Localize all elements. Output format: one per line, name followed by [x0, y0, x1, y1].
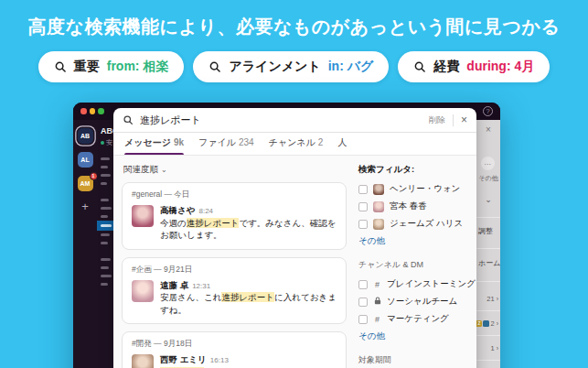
pill-modifier: from: 相楽	[107, 59, 169, 75]
slack-app-window: ? ABALAM1+ ABC 安	[73, 103, 500, 368]
avatar	[373, 201, 384, 212]
message-time: 12:31	[192, 282, 210, 290]
badge-icon	[483, 320, 489, 327]
filters-panel: 検索フィルタ: ヘンリー・ウォン宮本 春香ジェームズ ハリス その他 チャンネル…	[358, 162, 468, 368]
avatar	[373, 219, 384, 230]
search-result-card[interactable]: #企画 — 9月21日遠藤 卓12:31安居さん、これ進捗レポートに入れておきま…	[122, 257, 347, 325]
tab-label: 人	[337, 137, 347, 147]
zoom-window-button[interactable]	[98, 108, 104, 114]
search-example-pills: 重要from: 相楽アラインメントin: バグ経費during: 4月	[0, 51, 588, 82]
channel-name: ブレインストーミング	[387, 278, 476, 290]
user-name: 安	[106, 138, 112, 147]
search-bar[interactable]: 進捗レポート 削除 ×	[113, 108, 476, 133]
search-example-pill[interactable]: アラインメントin: バグ	[193, 51, 389, 82]
add-workspace-button[interactable]: +	[78, 200, 93, 215]
search-icon	[208, 60, 221, 73]
filter-checkbox[interactable]	[358, 202, 368, 211]
channel-name: マーケティング	[387, 313, 449, 325]
workspace-icon[interactable]: AL	[78, 152, 93, 168]
search-tab[interactable]: 人	[337, 136, 347, 155]
author-line: 高橋さや8:24	[160, 205, 337, 216]
background-window-panel: × … その他 ⌄ 調整 ホーム 21›Z 2› 1››	[476, 120, 500, 368]
message-content: 高橋さや8:24今週の進捗レポートです。みなさん、確認をお願いします。	[160, 205, 337, 242]
background-list-row: 1›	[476, 336, 500, 361]
hash-icon: #	[373, 280, 381, 289]
filter-checkbox[interactable]	[358, 315, 368, 324]
search-icon	[413, 60, 426, 73]
message-text-part: 安居さん、これ	[160, 292, 221, 302]
tab-count: 9k	[174, 137, 184, 147]
minimize-window-button[interactable]	[90, 108, 96, 114]
search-tab[interactable]: メッセージ9k	[124, 136, 184, 155]
chevron-down-icon[interactable]: ⌄	[476, 195, 500, 204]
person-name: ジェームズ ハリス	[390, 218, 463, 230]
pill-keyword: アラインメント	[229, 59, 320, 75]
marketing-banner: 高度な検索機能により、必要なものがあっという間に見つかる 重要from: 相楽ア…	[0, 0, 588, 368]
search-example-pill[interactable]: 重要from: 相楽	[38, 51, 185, 82]
search-term-highlight: 進捗レポート	[221, 292, 274, 302]
avatar	[132, 354, 154, 368]
search-result-card[interactable]: #開発 — 9月18日西野 エミリ16:13先週の進捗レポートでもコメントしまし…	[122, 331, 347, 368]
author-line: 西野 エミリ16:13	[160, 354, 337, 365]
pill-keyword: 重要	[74, 59, 100, 75]
message-text: 今週の進捗レポートです。みなさん、確認をお願いします。	[160, 217, 337, 242]
channels-more-link[interactable]: その他	[358, 330, 468, 342]
search-example-pill[interactable]: 経費during: 4月	[398, 51, 550, 82]
close-window-button[interactable]	[80, 108, 87, 114]
tab-label: チャンネル	[269, 137, 315, 147]
workspace-icon[interactable]: AB	[78, 128, 93, 144]
hero-title: 高度な検索機能により、必要なものがあっという間に見つかる	[0, 15, 588, 39]
channel-name: ソーシャルチーム	[387, 296, 457, 308]
close-icon[interactable]: ×	[461, 114, 467, 125]
pill-modifier: in: バグ	[328, 59, 374, 75]
filter-checkbox[interactable]	[358, 185, 368, 194]
lock-icon	[373, 297, 381, 307]
search-term-highlight: 進捗レポート	[187, 218, 240, 228]
message-time: 16:13	[210, 356, 229, 364]
sort-dropdown[interactable]: 関連度順⌄	[123, 164, 347, 176]
channel-filter-row[interactable]: #マーケティング	[358, 313, 468, 325]
row-count: 21	[486, 295, 494, 303]
message-content: 遠藤 卓12:31安居さん、これ進捗レポートに入れておきますね。	[160, 280, 337, 317]
message-content: 西野 エミリ16:13先週の進捗レポートでもコメントしましたが、改めて、ポストし…	[160, 354, 337, 368]
filter-checkbox[interactable]	[358, 298, 368, 307]
window-controls	[80, 108, 104, 114]
people-more-link[interactable]: その他	[358, 235, 468, 247]
message-row: 高橋さや8:24今週の進捗レポートです。みなさん、確認をお願いします。	[132, 205, 337, 242]
result-channel-date: #開発 — 9月18日	[132, 339, 337, 350]
more-options-icon[interactable]: …	[481, 157, 495, 170]
help-icon[interactable]: ?	[483, 106, 493, 116]
background-list-row: Z 2›	[476, 311, 500, 336]
search-tabs: メッセージ9kファイル234チャンネル2人	[113, 133, 476, 156]
person-filter-row[interactable]: 宮本 春香	[358, 200, 468, 212]
channel-filter-row[interactable]: ソーシャルチーム	[358, 296, 468, 308]
background-list-row: 21›	[476, 287, 500, 311]
row-count: 1	[490, 344, 494, 352]
search-icon	[123, 114, 134, 125]
more-options-label: その他	[476, 174, 500, 183]
tab-label: メッセージ	[124, 137, 171, 147]
workspace-icon[interactable]: AM1	[78, 176, 93, 191]
presence-dot-icon	[101, 141, 104, 145]
avatar	[132, 280, 154, 302]
author-name: 西野 エミリ	[160, 354, 207, 364]
channel-filter-row[interactable]: #ブレインストーミング	[358, 278, 468, 290]
clear-search-button[interactable]: 削除	[429, 114, 445, 126]
search-result-card[interactable]: #general — 今日高橋さや8:24今週の進捗レポートです。みなさん、確認…	[122, 182, 347, 250]
search-modal: 進捗レポート 削除 × メッセージ9kファイル234チャンネル2人 関連度順⌄ …	[113, 108, 476, 368]
message-row: 遠藤 卓12:31安居さん、これ進捗レポートに入れておきますね。	[132, 280, 337, 317]
search-results-area: 関連度順⌄ #general — 今日高橋さや8:24今週の進捗レポートです。み…	[113, 156, 476, 368]
filters-title: 検索フィルタ:	[358, 164, 468, 176]
workspace-rail: ABALAM1+	[73, 120, 97, 368]
author-name: 高橋さや	[160, 205, 195, 215]
person-filter-row[interactable]: ヘンリー・ウォン	[358, 183, 468, 195]
filter-checkbox[interactable]	[358, 280, 368, 289]
search-tab[interactable]: チャンネル2	[269, 136, 324, 155]
search-query-input[interactable]: 進捗レポート	[140, 114, 429, 127]
close-icon[interactable]: ×	[476, 124, 500, 135]
result-channel-date: #企画 — 9月21日	[132, 265, 337, 276]
filter-checkbox[interactable]	[358, 220, 368, 229]
person-filter-row[interactable]: ジェームズ ハリス	[358, 218, 468, 230]
search-tab[interactable]: ファイル234	[198, 136, 254, 155]
message-row: 西野 エミリ16:13先週の進捗レポートでもコメントしましたが、改めて、ポストし…	[132, 354, 337, 368]
